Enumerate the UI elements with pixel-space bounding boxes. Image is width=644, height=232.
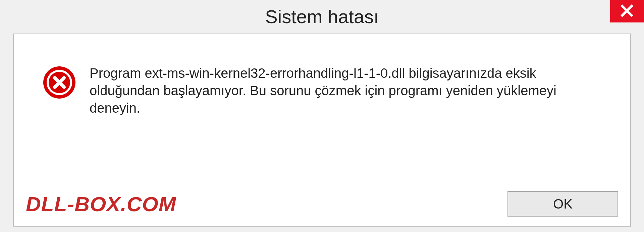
ok-button[interactable]: OK <box>507 191 618 217</box>
brand-watermark: DLL-BOX.COM <box>26 192 176 216</box>
dialog-content: Program ext-ms-win-kernel32-errorhandlin… <box>13 34 631 227</box>
error-icon <box>43 66 76 99</box>
dialog-title: Sistem hatası <box>265 6 379 27</box>
close-icon <box>620 4 634 19</box>
dialog-footer: DLL-BOX.COM OK <box>14 191 630 217</box>
dialog-message: Program ext-ms-win-kernel32-errorhandlin… <box>90 64 606 117</box>
close-button[interactable] <box>610 0 644 22</box>
titlebar: Sistem hatası <box>0 0 644 33</box>
error-dialog: Sistem hatası Program ext-ms-wi <box>0 0 644 232</box>
message-row: Program ext-ms-win-kernel32-errorhandlin… <box>14 34 630 117</box>
